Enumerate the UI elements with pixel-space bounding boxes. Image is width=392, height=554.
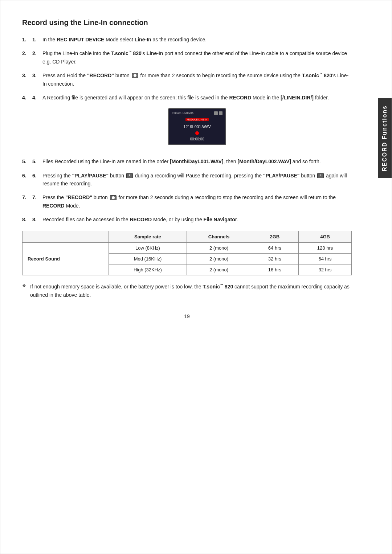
content-area: Record using the Line-In connection 1. I… — [22, 19, 370, 319]
table-header-2gb: 2GB — [251, 231, 298, 243]
table-cell-sample-rate-1: Low (8KHz) — [109, 243, 187, 254]
record-button-icon-2 — [110, 195, 117, 200]
table-header-row: Sample rate Channels 2GB 4GB — [23, 231, 352, 243]
step-5-bold-2: [Month/DayL002.WAV] — [237, 159, 291, 164]
step-7-content: Press the "RECORD" button for more than … — [42, 193, 352, 210]
step-8-bold-1: RECORD — [130, 217, 152, 222]
table-cell-channels-2: 2 (mono) — [187, 254, 251, 264]
table-header-4gb: 4GB — [299, 231, 352, 243]
sidebar-label: RECORD Functions — [381, 105, 388, 171]
screen-icons — [214, 111, 222, 115]
step-3: 3. Press and Hold the "RECORD" button fo… — [22, 71, 352, 88]
step-2-bold-1: T.sonic™ 820 — [111, 50, 142, 56]
step-3-bold-1: "RECORD" — [87, 73, 114, 78]
screen-rec-dot — [195, 131, 199, 135]
step-6-number: 6. — [32, 172, 42, 180]
step-3-bold-2: T.sonic™ 820 — [302, 73, 332, 78]
screen-icon-1 — [214, 111, 218, 115]
screen-filename: 1219L001.WAV — [172, 124, 222, 130]
step-6-content: Pressing the "PLAY/PAUSE" button during … — [42, 172, 352, 188]
note: If not enough memory space is available,… — [22, 283, 352, 299]
table-cell-4gb-3: 32 hrs — [299, 264, 352, 275]
screen-icon-2 — [219, 111, 222, 115]
step-8-number: 8. — [32, 216, 42, 223]
step-8-content: Recorded files can be accessed in the RE… — [42, 216, 352, 223]
record-table: Sample rate Channels 2GB 4GB Record Soun… — [22, 231, 352, 275]
step-2-bold-2: Line-In — [146, 50, 163, 56]
screen-timer: 00:00:00 — [172, 136, 222, 142]
table-header-empty — [23, 231, 109, 243]
table-header-sample-rate: Sample rate — [109, 231, 187, 243]
step-4-number: 4. — [32, 94, 42, 102]
table-cell-2gb-2: 32 hrs — [251, 254, 298, 264]
step-1-content: In the REC INPUT DEVICE Mode select Line… — [42, 36, 352, 44]
step-5: 5. Files Recorded using the Line-In are … — [22, 157, 352, 165]
screen-top-bar: 9:30am 10/03/06 — [172, 111, 222, 116]
step-3-content: Press and Hold the "RECORD" button for m… — [42, 71, 352, 88]
table-header-channels: Channels — [187, 231, 251, 243]
page-wrapper: RECORD Functions Record using the Line-I… — [0, 0, 392, 554]
step-8: 8. Recorded files can be accessed in the… — [22, 216, 352, 223]
step-1-bold-2: Line-In — [135, 37, 151, 42]
pause-button-icon-2 — [317, 173, 324, 178]
step-5-content: Files Recorded using the Line-In are nam… — [42, 157, 352, 165]
step-3-number: 3. — [32, 71, 42, 79]
table-cell-4gb-1: 128 hrs — [299, 243, 352, 254]
device-screen: 9:30am 10/03/06 MODULE LINE IN 1219L001.… — [168, 108, 226, 145]
step-7-bold-1: "RECORD" — [65, 194, 92, 200]
step-4-content: A Recording file is generated and will a… — [42, 94, 352, 152]
step-2-content: Plug the Line-In cable into the T.sonic™… — [42, 49, 352, 66]
step-5-bold-1: [Month/DayL001.WAV] — [170, 159, 224, 164]
step-4-bold-1: RECORD — [229, 95, 251, 100]
screen-time: 9:30am 10/03/06 — [172, 111, 193, 116]
table-cell-sample-rate-2: Med (16KHz) — [109, 254, 187, 264]
step-4: 4. A Recording file is generated and wil… — [22, 94, 352, 152]
table-cell-4gb-2: 64 hrs — [299, 254, 352, 264]
step-5-number: 5. — [32, 157, 42, 165]
step-6-bold-2: "PLAY/PAUSE" — [263, 173, 299, 178]
table-row-label: Record Sound — [23, 243, 109, 275]
step-7-bold-2: RECORD — [42, 203, 65, 209]
table-cell-2gb-3: 16 hrs — [251, 264, 298, 275]
table-cell-channels-1: 2 (mono) — [187, 243, 251, 254]
step-7: 7. Press the "RECORD" button for more th… — [22, 193, 352, 210]
step-4-bold-2: [/LINEIN.DIR/] — [281, 95, 314, 100]
table-cell-2gb-1: 64 hrs — [251, 243, 298, 254]
step-1-number: 1. — [32, 36, 42, 44]
step-7-number: 7. — [32, 193, 42, 201]
table-row-1: Record Sound Low (8KHz) 2 (mono) 64 hrs … — [23, 243, 352, 254]
screen-mode: MODULE LINE IN — [185, 118, 209, 121]
step-1: 1. In the REC INPUT DEVICE Mode select L… — [22, 36, 352, 44]
step-6: 6. Pressing the "PLAY/PAUSE" button duri… — [22, 172, 352, 188]
pause-button-icon-1 — [126, 173, 133, 178]
step-6-bold-1: "PLAY/PAUSE" — [72, 173, 109, 178]
steps-list: 1. In the REC INPUT DEVICE Mode select L… — [22, 36, 352, 223]
note-bold-1: T.sonic™ 820 — [203, 284, 233, 290]
step-2-number: 2. — [32, 49, 42, 57]
step-1-bold-1: REC INPUT DEVICE — [57, 37, 104, 42]
table-cell-channels-3: 2 (mono) — [187, 264, 251, 275]
page-title: Record using the Line-In connection — [22, 19, 352, 27]
record-button-icon-1 — [132, 73, 138, 78]
sidebar-tab: RECORD Functions — [378, 98, 392, 178]
page-number: 19 — [22, 313, 352, 319]
step-2: 2. Plug the Line-In cable into the T.son… — [22, 49, 352, 66]
table-cell-sample-rate-3: High (32KHz) — [109, 264, 187, 275]
step-8-bold-2: File Navigator — [204, 217, 237, 222]
